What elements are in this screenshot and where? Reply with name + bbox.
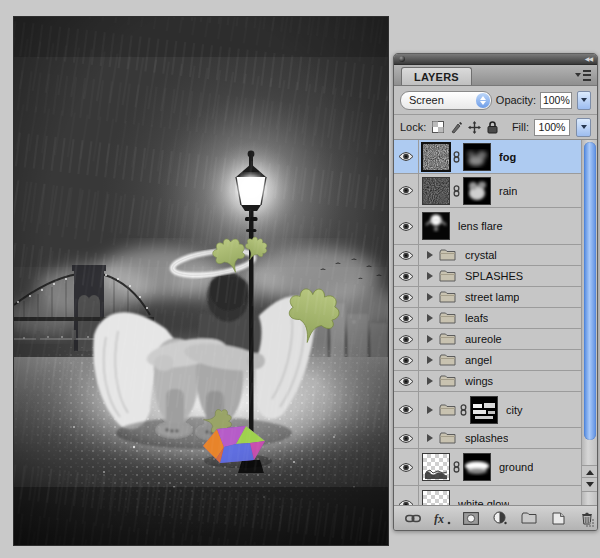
visibility-toggle[interactable] — [394, 245, 419, 265]
disclosure-triangle-icon[interactable] — [427, 434, 433, 442]
layer-name[interactable]: leafs — [465, 312, 488, 324]
layer-row-leafs[interactable]: leafs — [394, 308, 581, 329]
new-group-icon[interactable] — [518, 509, 540, 527]
layer-mask-thumbnail[interactable] — [464, 144, 490, 170]
mask-link-icon[interactable] — [452, 185, 461, 197]
tab-layers[interactable]: LAYERS — [401, 67, 472, 85]
eye-icon — [398, 271, 414, 282]
layer-thumbnail[interactable] — [423, 454, 449, 480]
scrollbar[interactable] — [582, 140, 597, 505]
layer-row-street-lamp[interactable]: street lamp — [394, 287, 581, 308]
visibility-toggle[interactable] — [394, 140, 419, 173]
layer-row-crystal[interactable]: crystal — [394, 245, 581, 266]
layer-row-ground[interactable]: ground — [394, 449, 581, 486]
layer-name[interactable]: lens flare — [458, 220, 503, 232]
visibility-toggle[interactable] — [394, 428, 419, 448]
scroll-down-icon[interactable] — [582, 477, 597, 492]
layer-name[interactable]: city — [506, 404, 523, 416]
fill-dropdown-icon[interactable] — [576, 118, 591, 137]
opacity-dropdown-icon[interactable] — [577, 91, 591, 110]
layer-thumbnail[interactable] — [423, 491, 449, 505]
layer-name[interactable]: aureole — [465, 333, 502, 345]
layer-row-lens-flare[interactable]: lens flare — [394, 208, 581, 245]
visibility-toggle[interactable] — [394, 371, 419, 391]
disclosure-triangle-icon[interactable] — [427, 314, 433, 322]
mask-link-icon[interactable] — [459, 404, 468, 416]
folder-icon — [439, 432, 456, 444]
close-dot-icon[interactable] — [399, 56, 405, 62]
layer-row-splashes[interactable]: SPLASHES — [394, 266, 581, 287]
visibility-toggle[interactable] — [394, 350, 419, 370]
disclosure-triangle-icon[interactable] — [427, 272, 433, 280]
layer-name[interactable]: rain — [499, 185, 517, 197]
layer-thumbnail[interactable] — [423, 144, 449, 170]
layer-name[interactable]: SPLASHES — [465, 270, 523, 282]
group-folder-icon — [439, 312, 456, 324]
layer-mask-thumbnail[interactable] — [464, 454, 490, 480]
visibility-toggle[interactable] — [394, 287, 419, 307]
fill-input[interactable]: 100% — [534, 119, 570, 136]
layer-name[interactable]: fog — [499, 151, 516, 163]
layer-name[interactable]: street lamp — [465, 291, 519, 303]
layer-name[interactable]: angel — [465, 354, 492, 366]
visibility-toggle[interactable] — [394, 449, 419, 485]
layer-thumbnail[interactable] — [423, 178, 449, 204]
layer-row-angel[interactable]: angel — [394, 350, 581, 371]
eye-icon — [398, 313, 414, 324]
group-folder-icon — [439, 333, 456, 345]
scrollbar-thumb[interactable] — [584, 142, 596, 440]
lock-all-icon[interactable] — [485, 120, 499, 134]
add-layer-mask-icon[interactable] — [460, 509, 482, 527]
resize-grip[interactable] — [585, 518, 595, 528]
disclosure-triangle-icon[interactable] — [427, 251, 433, 259]
mask-link-icon[interactable] — [452, 461, 461, 473]
layer-row-white-glow[interactable]: white glow — [394, 486, 581, 505]
layer-row-city[interactable]: city — [394, 392, 581, 428]
visibility-toggle[interactable] — [394, 308, 419, 328]
lock-transparency-icon[interactable] — [431, 120, 445, 134]
visibility-toggle[interactable] — [394, 329, 419, 349]
layer-name[interactable]: splashes — [465, 432, 508, 444]
folder-icon — [439, 312, 456, 324]
disclosure-triangle-icon[interactable] — [427, 377, 433, 385]
disclosure-triangle-icon[interactable] — [427, 335, 433, 343]
disclosure-triangle-icon[interactable] — [427, 406, 433, 414]
new-layer-icon[interactable] — [547, 509, 569, 527]
bottom-toolbar: fx — [394, 505, 597, 530]
layer-row-splashes[interactable]: splashes — [394, 428, 581, 449]
layer-name[interactable]: crystal — [465, 249, 497, 261]
visibility-toggle[interactable] — [394, 266, 419, 286]
blend-mode-select[interactable]: Screen — [400, 91, 492, 110]
visibility-toggle[interactable] — [394, 486, 419, 505]
mask-link-icon[interactable] — [452, 151, 461, 163]
layer-mask-thumbnail[interactable] — [471, 397, 497, 423]
disclosure-triangle-icon[interactable] — [427, 356, 433, 364]
lock-position-icon[interactable] — [467, 120, 481, 134]
document-canvas[interactable] — [14, 17, 388, 545]
layer-mask-thumbnail[interactable] — [464, 178, 490, 204]
layer-thumbnail[interactable] — [423, 213, 449, 239]
opacity-input[interactable]: 100% — [540, 92, 572, 109]
layers-panel: ◀◀ LAYERS Screen Opacity: 100% Lock: Fil… — [393, 53, 598, 531]
panel-menu-icon[interactable] — [575, 70, 591, 80]
layer-name[interactable]: ground — [499, 461, 533, 473]
stepper-icon[interactable] — [476, 93, 490, 108]
visibility-toggle[interactable] — [394, 174, 419, 207]
layer-name[interactable]: white glow — [458, 498, 509, 505]
collapse-panel-icon[interactable]: ◀◀ — [585, 55, 592, 63]
layer-name[interactable]: wings — [465, 375, 493, 387]
link-layers-icon[interactable] — [402, 509, 424, 527]
layer-row-fog[interactable]: fog — [394, 140, 581, 174]
group-folder-icon — [439, 249, 456, 261]
panel-titlebar[interactable]: ◀◀ — [394, 54, 597, 65]
layer-row-wings[interactable]: wings — [394, 371, 581, 392]
layer-row-rain[interactable]: rain — [394, 174, 581, 208]
visibility-toggle[interactable] — [394, 208, 419, 244]
adjustment-layer-icon[interactable] — [489, 509, 511, 527]
layer-style-icon[interactable]: fx — [431, 509, 453, 527]
lock-paint-icon[interactable] — [449, 120, 463, 134]
folder-icon — [439, 270, 456, 282]
disclosure-triangle-icon[interactable] — [427, 293, 433, 301]
visibility-toggle[interactable] — [394, 392, 419, 427]
layer-row-aureole[interactable]: aureole — [394, 329, 581, 350]
